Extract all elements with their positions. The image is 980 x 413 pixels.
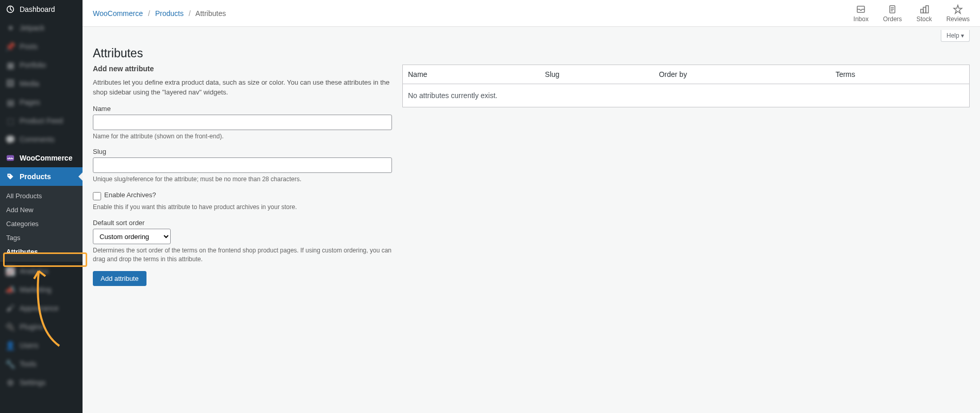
slug-label: Slug <box>93 148 392 155</box>
name-help: Name for the attribute (shown on the fro… <box>93 132 392 141</box>
add-new-heading: Add new attribute <box>93 65 392 73</box>
archives-help: Enable this if you want this attribute t… <box>93 203 392 212</box>
top-action-orders[interactable]: Orders <box>883 4 902 23</box>
sidebar-item-blurred[interactable]: 📈Analytics <box>0 262 83 280</box>
generic-icon: 💬 <box>5 134 15 145</box>
generic-icon: ✦ <box>5 23 15 33</box>
sidebar-item-blurred[interactable]: 📣Marketing <box>0 280 83 299</box>
submenu-all-products[interactable]: All Products <box>0 189 83 203</box>
sidebar-item-blurred[interactable]: 📌Posts <box>0 37 83 56</box>
archives-checkbox[interactable] <box>93 192 101 200</box>
submenu-categories[interactable]: Categories <box>0 217 83 231</box>
generic-icon: 🔧 <box>5 359 15 369</box>
sidebar-item-products[interactable]: Products <box>0 167 83 186</box>
stock-icon <box>919 4 929 14</box>
empty-row: No attributes currently exist. <box>403 84 970 107</box>
sidebar-item-blurred[interactable]: 👤Users <box>0 336 83 355</box>
slug-help: Unique slug/reference for the attribute;… <box>93 175 392 184</box>
admin-sidebar: Dashboard ✦Jetpack 📌Posts ▦Portfolio 🖼Me… <box>0 0 83 413</box>
breadcrumb: WooCommerce / Products / Attributes <box>93 9 226 18</box>
sidebar-item-blurred[interactable]: 🔌Plugins <box>0 317 83 336</box>
intro-text: Attributes let you define extra product … <box>93 78 392 98</box>
svg-rect-7 <box>926 6 928 13</box>
inbox-icon <box>856 4 866 14</box>
orders-icon <box>887 4 897 14</box>
submenu-attributes[interactable]: Attributes <box>0 245 83 259</box>
products-submenu: All Products Add New Categories Tags Att… <box>0 186 83 262</box>
sidebar-label: Products <box>20 172 51 181</box>
products-icon <box>5 171 15 182</box>
topbar: WooCommerce / Products / Attributes Inbo… <box>83 0 980 27</box>
breadcrumb-current: Attributes <box>195 9 226 18</box>
chevron-down-icon: ▾ <box>961 32 964 39</box>
sidebar-item-blurred[interactable]: 🖼Media <box>0 74 83 93</box>
generic-icon: ▤ <box>5 97 15 107</box>
generic-icon: 🖼 <box>5 78 15 89</box>
archives-label[interactable]: Enable Archives? <box>104 191 156 199</box>
attributes-table-wrap: Name Slug Order by Terms No attributes c… <box>402 65 970 107</box>
sidebar-label: Dashboard <box>20 5 55 13</box>
top-action-stock[interactable]: Stock <box>917 4 932 23</box>
generic-icon: ▦ <box>5 60 15 70</box>
generic-icon: ⚙ <box>5 377 15 388</box>
breadcrumb-woocommerce[interactable]: WooCommerce <box>93 9 143 18</box>
dashboard-icon <box>5 4 15 14</box>
add-attribute-form: Add new attribute Attributes let you def… <box>93 65 392 286</box>
top-action-reviews[interactable]: Reviews <box>946 4 970 23</box>
submenu-add-new[interactable]: Add New <box>0 203 83 217</box>
th-order-by: Order by <box>654 65 830 84</box>
page-title: Attributes <box>83 42 980 62</box>
breadcrumb-sep: / <box>148 9 150 18</box>
name-input[interactable] <box>93 115 392 130</box>
sort-help: Determines the sort order of the terms o… <box>93 246 392 264</box>
generic-icon: 📌 <box>5 41 15 52</box>
generic-icon: ⬚ <box>5 116 15 126</box>
th-slug: Slug <box>540 65 654 84</box>
generic-icon: 📈 <box>5 266 15 276</box>
top-actions: Inbox Orders Stock Reviews <box>854 4 970 23</box>
generic-icon: 📣 <box>5 284 15 295</box>
breadcrumb-products[interactable]: Products <box>155 9 184 18</box>
th-terms: Terms <box>830 65 970 84</box>
sort-select[interactable]: Custom ordering <box>93 229 171 244</box>
sidebar-item-blurred[interactable]: 🔧Tools <box>0 355 83 373</box>
sidebar-item-blurred[interactable]: ▤Pages <box>0 93 83 112</box>
submenu-tags[interactable]: Tags <box>0 231 83 245</box>
help-row: Help ▾ <box>83 27 980 42</box>
generic-icon: 👤 <box>5 340 15 351</box>
sort-label: Default sort order <box>93 219 392 227</box>
sidebar-item-blurred[interactable]: ✦Jetpack <box>0 19 83 37</box>
sidebar-item-blurred[interactable]: ⬚Product Feed <box>0 112 83 130</box>
sidebar-label: WooCommerce <box>20 154 72 162</box>
sidebar-item-dashboard[interactable]: Dashboard <box>0 0 83 19</box>
sidebar-item-blurred[interactable]: ▦Portfolio <box>0 56 83 74</box>
sidebar-item-blurred[interactable]: ⚙Settings <box>0 373 83 392</box>
breadcrumb-sep: / <box>189 9 191 18</box>
add-attribute-button[interactable]: Add attribute <box>93 271 146 286</box>
svg-point-2 <box>8 174 9 176</box>
content: Add new attribute Attributes let you def… <box>83 62 980 296</box>
help-button[interactable]: Help ▾ <box>941 30 970 42</box>
main-content: WooCommerce / Products / Attributes Inbo… <box>83 0 980 413</box>
star-icon <box>953 4 963 14</box>
sidebar-item-blurred[interactable]: 💬Comments <box>0 130 83 149</box>
th-name: Name <box>403 65 540 84</box>
sidebar-item-blurred[interactable]: 🖌Appearance <box>0 299 83 317</box>
name-label: Name <box>93 105 392 113</box>
attributes-table: Name Slug Order by Terms No attributes c… <box>402 65 970 107</box>
sidebar-item-woocommerce[interactable]: WooCommerce <box>0 149 83 167</box>
woocommerce-icon <box>5 153 15 163</box>
top-action-inbox[interactable]: Inbox <box>854 4 869 23</box>
slug-input[interactable] <box>93 157 392 173</box>
generic-icon: 🔌 <box>5 322 15 332</box>
generic-icon: 🖌 <box>5 303 15 313</box>
